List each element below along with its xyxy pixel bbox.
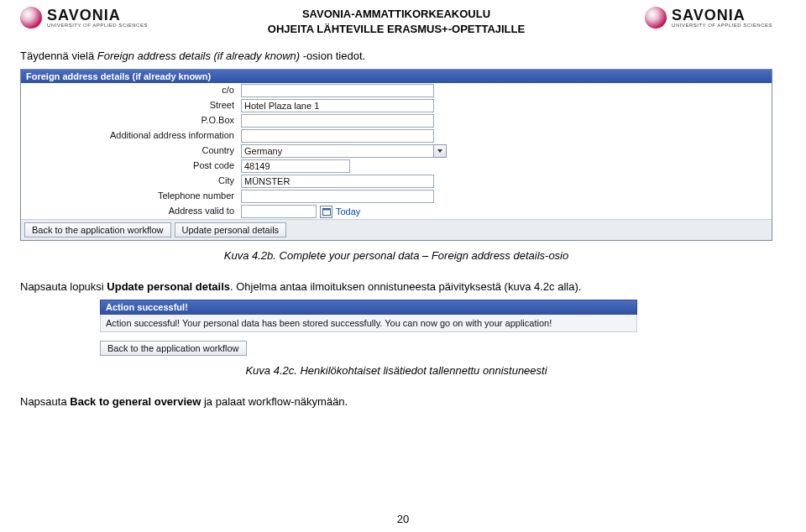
section-header: Foreign address details (if already know… — [21, 70, 772, 83]
button-row: Back to the application workflow Update … — [21, 219, 772, 240]
co-field[interactable] — [241, 84, 434, 97]
label-country: Country — [21, 143, 239, 159]
label-additional: Additional address information — [21, 128, 239, 143]
phone-field[interactable] — [241, 190, 434, 203]
logo-sub: UNIVERSITY OF APPLIED SCIENCES — [672, 23, 772, 28]
svg-rect-1 — [322, 209, 330, 211]
update-button[interactable]: Update personal details — [175, 222, 287, 237]
document-header: SAVONIA UNIVERSITY OF APPLIED SCIENCES S… — [20, 7, 772, 36]
text: -osion tiedot. — [300, 50, 365, 62]
text-italic: Foreign address details (if already know… — [97, 50, 300, 62]
caption-2: Kuva 4.2c. Henkilökohtaiset lisätiedot t… — [20, 364, 772, 377]
country-field[interactable] — [241, 144, 434, 158]
logo-icon — [645, 7, 667, 29]
instruction-3: Napsauta Back to general overview ja pal… — [20, 395, 772, 408]
pobox-field[interactable] — [241, 114, 434, 128]
city-field[interactable] — [241, 175, 434, 188]
label-postcode: Post code — [21, 159, 239, 174]
label-phone: Telephone number — [21, 189, 239, 204]
logo-sub: UNIVERSITY OF APPLIED SCIENCES — [47, 23, 148, 28]
text: ja palaat workflow-näkymään. — [201, 395, 348, 408]
back-button[interactable]: Back to the application workflow — [100, 341, 247, 356]
logo-main: SAVONIA — [672, 8, 772, 23]
text: . Ohjelma antaa ilmoituksen onnistuneest… — [230, 280, 581, 293]
logo-left: SAVONIA UNIVERSITY OF APPLIED SCIENCES — [20, 7, 148, 29]
form-grid: c/o Street P.O.Box Additional address in… — [21, 83, 772, 219]
caption-1: Kuva 4.2b. Complete your personal data –… — [20, 249, 772, 262]
action-header: Action successful! — [100, 300, 637, 315]
logo-text: SAVONIA UNIVERSITY OF APPLIED SCIENCES — [47, 8, 148, 28]
validto-field[interactable] — [241, 205, 317, 218]
label-validto: Address valid to — [21, 204, 239, 219]
action-successful-shot: Action successful! Action successful! Yo… — [100, 300, 637, 356]
country-combo[interactable] — [241, 144, 447, 158]
calendar-icon[interactable] — [320, 206, 332, 218]
text-bold: Update personal details — [107, 280, 230, 293]
page-number: 20 — [397, 513, 409, 525]
logo-icon — [20, 7, 42, 29]
text: Täydennä vielä — [20, 50, 97, 62]
today-link[interactable]: Today — [336, 206, 360, 216]
logo-right: SAVONIA UNIVERSITY OF APPLIED SCIENCES — [645, 7, 772, 29]
logo-text: SAVONIA UNIVERSITY OF APPLIED SCIENCES — [672, 8, 772, 28]
label-street: Street — [21, 98, 239, 113]
document-title: SAVONIA-AMMATTIKORKEAKOULU OHJEITA LÄHTE… — [148, 7, 645, 36]
label-co: c/o — [21, 83, 239, 98]
street-field[interactable] — [241, 99, 434, 112]
chevron-down-icon[interactable] — [433, 144, 447, 158]
doc-title-line1: SAVONIA-AMMATTIKORKEAKOULU — [148, 7, 645, 22]
label-city: City — [21, 174, 239, 189]
date-row: Today — [241, 205, 360, 218]
instruction-2: Napsauta lopuksi Update personal details… — [20, 280, 772, 293]
text-bold: Back to general overview — [70, 395, 201, 408]
additional-field[interactable] — [241, 129, 434, 143]
back-button[interactable]: Back to the application workflow — [24, 222, 171, 237]
logo-main: SAVONIA — [47, 8, 148, 23]
action-message: Action successful! Your personal data ha… — [100, 315, 637, 332]
text: Napsauta — [20, 395, 70, 408]
text: Napsauta lopuksi — [20, 280, 107, 293]
instruction-1: Täydennä vielä Foreign address details (… — [20, 50, 772, 62]
label-pobox: P.O.Box — [21, 113, 239, 128]
postcode-field[interactable] — [241, 159, 350, 173]
doc-title-line2: OHJEITA LÄHTEVILLE ERASMUS+-OPETTAJILLE — [148, 22, 645, 37]
form-foreign-address: Foreign address details (if already know… — [20, 69, 772, 241]
